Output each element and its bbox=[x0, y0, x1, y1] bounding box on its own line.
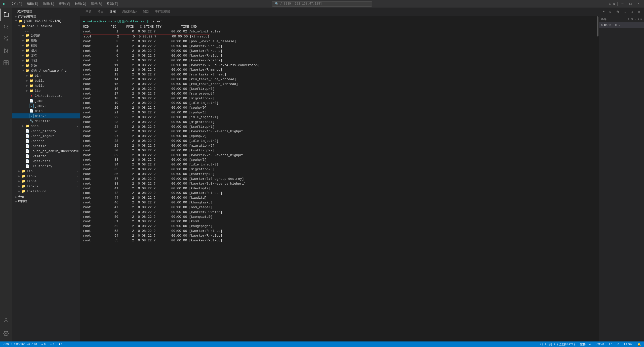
sidebar-item-lib32[interactable]: ▷ 📁 lib32 ↙ bbox=[12, 174, 80, 179]
sidebar-item-tupian[interactable]: ▷ 📁 图片 bbox=[12, 48, 80, 53]
activity-explorer[interactable] bbox=[0, 9, 12, 21]
tab-output[interactable]: 输出 bbox=[95, 9, 107, 15]
ssh-root-folder-icon: 📁 bbox=[18, 19, 23, 23]
menu-goto[interactable]: 转到(G) bbox=[73, 1, 89, 7]
menu-edit[interactable]: 编辑(E) bbox=[25, 1, 41, 7]
statusbar-errors[interactable]: ⊗ 0 bbox=[41, 343, 47, 346]
sidebar-item-viminfo[interactable]: ▷ 📄 .viminfo bbox=[12, 154, 80, 159]
sidebar-item-xiazai[interactable]: ▷ 📁 下载 bbox=[12, 58, 80, 63]
sidebar-item-bash-history[interactable]: ▷ 📄 .bash_history bbox=[12, 128, 80, 134]
activity-source-control[interactable] bbox=[0, 33, 12, 45]
ps-row-6: root 6 2 0 08:22 ? 00:00:00 [kworker/R-s… bbox=[83, 54, 594, 58]
sidebar-item-jumpc[interactable]: ▷ C jump.c bbox=[12, 103, 80, 108]
maximize-panel-button[interactable]: ∧ bbox=[630, 10, 635, 14]
sidebar-item-hello[interactable]: ▷ 📁 hello bbox=[12, 83, 80, 88]
activity-run[interactable] bbox=[0, 45, 12, 57]
sidebar-item-gongong[interactable]: ▷ 📁 公共的 bbox=[12, 33, 80, 38]
statusbar-ssh[interactable]: ⚡ SSH: 192.168.47.128 bbox=[2, 343, 38, 346]
maximize-button[interactable]: □ bbox=[627, 2, 633, 6]
collapse-terminal-icon[interactable]: ∧ bbox=[637, 17, 639, 21]
tab-terminal[interactable]: 终端 bbox=[107, 9, 119, 15]
terminal-content[interactable]: ● sakura@sakura:~/桌面/software/c$ ps -ef … bbox=[80, 18, 597, 341]
statusbar-encoding[interactable]: UTF-8 bbox=[595, 343, 605, 346]
terminal-instance-bash[interactable]: $ bash -c … bbox=[599, 22, 644, 28]
sidebar-item-bashrc[interactable]: ▷ 📄 .bashrc bbox=[12, 139, 80, 144]
sidebar-item-wendang[interactable]: ▷ 📁 文档 bbox=[12, 53, 80, 58]
tab-debug-console[interactable]: 调试控制台 bbox=[119, 9, 140, 15]
activity-search[interactable] bbox=[0, 21, 12, 33]
bash-history-label: .bash_history bbox=[31, 129, 80, 133]
sidebar-item-lib64[interactable]: ▷ 📁 lib64 ↙ bbox=[12, 179, 80, 184]
menu-file[interactable]: 文件(F) bbox=[9, 1, 25, 7]
statusbar-spaces[interactable]: 空格: 4 bbox=[579, 342, 592, 346]
new-terminal-button[interactable]: + bbox=[601, 10, 606, 14]
bash-logout-icon: 📄 bbox=[25, 134, 30, 138]
terminal-area[interactable]: ● sakura@sakura:~/桌面/software/c$ ps -ef … bbox=[80, 16, 597, 341]
ps-row-22: root 22 2 0 08:22 ? 00:00:00 [idle_injec… bbox=[83, 115, 594, 120]
terminal-scrollbar[interactable] bbox=[597, 16, 599, 341]
sidebar-item-home-sakura[interactable]: ▽ 📂 home / sakura bbox=[12, 24, 80, 29]
sidebar-item-lost-found[interactable]: ▷ 📁 lost+found bbox=[12, 189, 80, 194]
global-search-bar[interactable]: 🔍 / [SSH: 192.168.47.128] bbox=[272, 1, 372, 7]
activity-settings[interactable] bbox=[0, 327, 12, 339]
sidebar-item-cmakelists[interactable]: ▷ ▲ CMakeLists.txt bbox=[12, 93, 80, 98]
close-button[interactable]: ✕ bbox=[635, 2, 641, 6]
sidebar-item-software[interactable]: ▽ 📂 桌面 / software / c bbox=[12, 68, 80, 73]
sidebar-item-muban[interactable]: ▷ 📁 模板 bbox=[12, 38, 80, 43]
more-actions-button[interactable]: … bbox=[623, 10, 628, 14]
sidebar-timeline-section[interactable]: ▷ 时间线 bbox=[12, 199, 80, 203]
tab-ports[interactable]: 端口 bbox=[140, 9, 152, 15]
ps-row-2-box: root 2 0 0 08:22 ? 00:00:00 [kthreadd] bbox=[83, 34, 210, 39]
sidebar-item-build[interactable]: ▷ 📁 build bbox=[12, 78, 80, 83]
tab-problems[interactable]: 问题 bbox=[83, 9, 95, 15]
statusbar-line-col[interactable]: 行 1，列 1 (已选择1472) bbox=[539, 342, 576, 346]
sidebar-item-sudo[interactable]: ▷ 📄 .sudo_as_admin_successful bbox=[12, 149, 80, 154]
menu-run[interactable]: 运行(R) bbox=[89, 1, 105, 7]
profile-icon[interactable]: ◉ bbox=[613, 2, 615, 6]
activity-account[interactable] bbox=[0, 314, 12, 326]
open-editors-section[interactable]: ▷ 打开的编辑器 bbox=[12, 14, 80, 19]
sidebar-item-wget-hsts[interactable]: ▷ 📄 .wget-hsts bbox=[12, 159, 80, 164]
statusbar-info[interactable]: ℹ 0 bbox=[58, 343, 63, 346]
ps-row-34: root 34 2 0 08:22 ? 00:00:00 [idle_injec… bbox=[83, 162, 594, 167]
sidebar-item-bash-logout[interactable]: ▷ 📄 .bash_logout bbox=[12, 134, 80, 139]
sidebar-item-bin[interactable]: ▷ 📁 bin bbox=[12, 73, 80, 78]
sidebar-item-lib[interactable]: ▷ 📁 lib bbox=[12, 88, 80, 93]
sidebar-item-libx32[interactable]: ▷ 📁 libx32 ↙ bbox=[12, 184, 80, 189]
sidebar-item-profile[interactable]: ▷ 📄 .profile bbox=[12, 144, 80, 149]
sidebar-item-lib2[interactable]: ▷ 📁 lib ↙ bbox=[12, 169, 80, 174]
sidebar-more-icon[interactable]: … bbox=[75, 10, 77, 13]
new-terminal-icon[interactable]: + bbox=[628, 17, 629, 21]
close-terminal-icon[interactable]: ✕ bbox=[640, 17, 642, 21]
sidebar-outline-section[interactable]: ▷ 大纲 bbox=[12, 195, 80, 199]
menu-terminal[interactable]: 终端(T) bbox=[105, 1, 120, 7]
layout-icon[interactable]: ⊞ bbox=[609, 2, 611, 6]
delete-terminal-icon[interactable]: 🗑 bbox=[630, 17, 633, 21]
sidebar-item-snap[interactable]: ▷ 📁 snap ↙ bbox=[12, 123, 80, 128]
activity-extensions[interactable] bbox=[0, 57, 12, 69]
sidebar-item-yinyue[interactable]: ▷ 📁 音乐 bbox=[12, 63, 80, 68]
sidebar-item-makefile[interactable]: ▷ 🔧 Makefile bbox=[12, 118, 80, 123]
sidebar-item-main[interactable]: ▷ 📄 main bbox=[12, 108, 80, 113]
ssh-icon: ⚡ bbox=[3, 343, 5, 346]
sidebar-item-jump[interactable]: ▷ 📄 jump bbox=[12, 98, 80, 103]
statusbar-os[interactable]: Linux bbox=[623, 343, 633, 346]
terminal-scrollbar-thumb[interactable] bbox=[597, 16, 598, 36]
statusbar-language[interactable]: C bbox=[616, 343, 620, 346]
minimize-button[interactable]: ─ bbox=[620, 2, 626, 6]
kill-terminal-button[interactable]: 🗑 bbox=[615, 10, 621, 14]
sidebar-item-shipin[interactable]: ▷ 📁 视频 bbox=[12, 43, 80, 48]
tab-serial-monitor[interactable]: 串行监视器 bbox=[152, 9, 173, 15]
more-terminal-icon[interactable]: … bbox=[634, 17, 636, 21]
sidebar-item-ssh-root[interactable]: ▽ 📁 [SSH: 192.168.47.128] bbox=[12, 19, 80, 24]
statusbar-warnings[interactable]: ⚠ 0 bbox=[49, 343, 55, 346]
menu-select[interactable]: 选择(S) bbox=[41, 1, 57, 7]
menu-view[interactable]: 查看(V) bbox=[57, 1, 72, 7]
sidebar-item-xauthority[interactable]: ▷ 📄 .Xauthority bbox=[12, 164, 80, 169]
split-terminal-button[interactable]: ⊡ bbox=[608, 10, 613, 14]
sidebar-item-mainc[interactable]: ▷ C main.c bbox=[12, 113, 80, 118]
close-panel-button[interactable]: ✕ bbox=[637, 10, 641, 14]
menu-more[interactable]: … bbox=[121, 1, 127, 7]
statusbar-notifications[interactable]: 🔔 bbox=[636, 343, 642, 346]
statusbar-line-ending[interactable]: LF bbox=[608, 343, 613, 346]
